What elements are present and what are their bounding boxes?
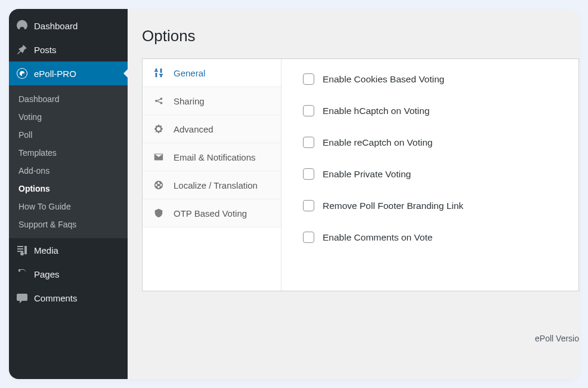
submenu-support[interactable]: Support & Faqs — [9, 215, 128, 233]
content-area: Options General Sharing Advanced — [128, 9, 579, 379]
tab-label: Email & Notifications — [174, 152, 256, 162]
admin-sidebar: Dashboard Posts ePoll-PRO Dashboard Voti… — [9, 9, 128, 379]
menu-label: Dashboard — [34, 21, 78, 31]
option-recaptcha: Enable reCaptch on Voting — [303, 137, 557, 148]
tab-advanced[interactable]: Advanced — [143, 115, 281, 143]
option-private-voting: Enable Private Voting — [303, 168, 557, 180]
menu-label: Pages — [34, 269, 60, 279]
submenu-options[interactable]: Options — [9, 180, 128, 198]
page-title: Options — [142, 27, 579, 45]
menu-label: Posts — [34, 45, 57, 55]
menu-comments[interactable]: Comments — [9, 286, 128, 310]
menu-label: ePoll-PRO — [34, 69, 76, 79]
tab-general[interactable]: General — [143, 59, 281, 87]
option-hcaptcha: Enable hCaptch on Voting — [303, 105, 557, 116]
gauge-icon — [16, 20, 28, 32]
menu-label: Media — [34, 245, 58, 255]
option-label: Enable Private Voting — [323, 169, 411, 180]
checkbox[interactable] — [303, 73, 314, 85]
share-icon — [153, 96, 164, 106]
checkbox[interactable] — [303, 168, 314, 180]
media-icon — [16, 244, 28, 256]
options-tabs: General Sharing Advanced Email & Notific… — [143, 59, 281, 291]
tab-otp[interactable]: OTP Based Voting — [143, 199, 281, 227]
tab-label: Sharing — [174, 96, 205, 106]
tab-label: Advanced — [174, 124, 213, 134]
sliders-icon — [153, 67, 164, 78]
menu-media[interactable]: Media — [9, 238, 128, 262]
menu-label: Comments — [34, 293, 78, 303]
option-label: Remove Poll Footer Branding Link — [323, 201, 463, 211]
submenu-poll[interactable]: Poll — [9, 126, 128, 144]
submenu-dashboard[interactable]: Dashboard — [9, 90, 128, 108]
tab-sharing[interactable]: Sharing — [143, 87, 281, 115]
option-remove-branding: Remove Poll Footer Branding Link — [303, 200, 557, 211]
menu-pages[interactable]: Pages — [9, 262, 128, 286]
comment-icon — [16, 292, 28, 304]
options-panel: General Sharing Advanced Email & Notific… — [142, 58, 579, 291]
shield-icon — [153, 208, 164, 218]
option-label: Enable reCaptch on Voting — [323, 137, 432, 148]
submenu-addons[interactable]: Add-ons — [9, 162, 128, 180]
tab-label: Localize / Translation — [174, 180, 258, 190]
submenu-templates[interactable]: Templates — [9, 144, 128, 162]
menu-posts[interactable]: Posts — [9, 38, 128, 61]
gear-icon — [153, 124, 164, 134]
checkbox[interactable] — [303, 105, 314, 116]
options-list: Enable Cookies Based Voting Enable hCapt… — [281, 59, 578, 291]
envelope-icon — [153, 152, 164, 162]
submenu-howto[interactable]: How To Guide — [9, 198, 128, 215]
pages-icon — [16, 268, 28, 280]
checkbox[interactable] — [303, 232, 314, 243]
checkbox[interactable] — [303, 200, 314, 211]
tab-label: General — [174, 68, 205, 78]
pin-icon — [16, 44, 28, 56]
menu-epoll-pro[interactable]: ePoll-PRO — [9, 61, 128, 85]
option-label: Enable Cookies Based Voting — [323, 74, 444, 85]
tab-label: OTP Based Voting — [174, 208, 247, 218]
option-comments-vote: Enable Comments on Vote — [303, 232, 557, 243]
tab-localize[interactable]: Localize / Translation — [143, 171, 281, 199]
epoll-icon — [16, 67, 28, 79]
option-cookies-voting: Enable Cookies Based Voting — [303, 73, 557, 85]
globe-icon — [153, 180, 164, 190]
submenu-voting[interactable]: Voting — [9, 108, 128, 126]
option-label: Enable Comments on Vote — [323, 232, 432, 243]
menu-dashboard[interactable]: Dashboard — [9, 14, 128, 38]
submenu-epoll: Dashboard Voting Poll Templates Add-ons … — [9, 85, 128, 238]
version-footer: ePoll Versio — [535, 334, 579, 343]
checkbox[interactable] — [303, 137, 314, 148]
option-label: Enable hCaptch on Voting — [323, 106, 429, 116]
tab-email[interactable]: Email & Notifications — [143, 143, 281, 171]
